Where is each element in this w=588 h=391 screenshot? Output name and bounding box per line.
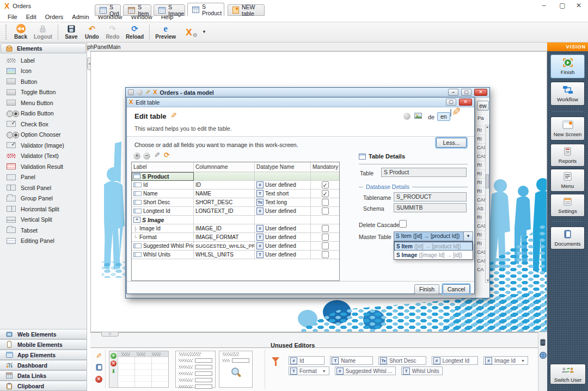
accordion-app-elements[interactable]: App Elements	[0, 350, 87, 360]
menu-rail-button[interactable]: Menu	[550, 169, 585, 192]
tab-s-image[interactable]: S Image	[154, 4, 185, 16]
accordion-dashboard[interactable]: Dashboard	[0, 360, 87, 370]
switch-user-button[interactable]: Switch User	[550, 364, 586, 384]
visionx-dropdown[interactable]: ▼	[199, 22, 209, 42]
menu-edit[interactable]: Edit	[22, 13, 41, 21]
field-row-columnname[interactable]: ID	[194, 181, 255, 190]
palette-item-toggle-button[interactable]: Toggle Button	[0, 87, 87, 98]
field-row-columnname[interactable]: SUGGESTED_WHLSL_PRICE	[194, 242, 255, 251]
mandatory-checkbox[interactable]	[322, 242, 329, 249]
field-row-columnname[interactable]: IMAGE_ID	[194, 224, 255, 233]
minimize-button[interactable]: –	[535, 0, 553, 12]
field-row-datatype[interactable]: TeText long	[255, 198, 311, 207]
mandatory-checkbox[interactable]	[322, 199, 329, 206]
window-tool-icon[interactable]	[128, 89, 134, 95]
field-row-datatype[interactable]: TUser defined	[255, 251, 311, 259]
close-button[interactable]: ✕	[569, 0, 588, 12]
tab-s-ord[interactable]: S Ord	[95, 4, 121, 16]
palette-item-check-box[interactable]: Check Box	[0, 119, 87, 130]
delete-cascade-checkbox[interactable]	[399, 220, 407, 228]
scrollbar[interactable]: ▲▼	[485, 125, 489, 283]
window-minimize-button[interactable]: –	[448, 89, 458, 96]
data-model-titlebar[interactable]: ✎ X Orders - data model – ▢ ✕	[126, 88, 489, 97]
field-row-mandatory[interactable]	[311, 198, 339, 207]
mandatory-checkbox[interactable]	[322, 225, 329, 232]
editor-chip-image-id[interactable]: #Image Id▼	[483, 356, 528, 365]
tab-s-item[interactable]: S Item	[123, 4, 151, 16]
back-button[interactable]: ◀◀ Back	[10, 22, 31, 42]
globe-icon[interactable]	[540, 352, 547, 360]
field-row-datatype[interactable]: #User defined	[255, 242, 311, 251]
palette-item-option-chooser[interactable]: Option Chooser	[0, 130, 87, 140]
palette-item-horizontal-split[interactable]: Horizontal Split	[0, 204, 87, 215]
field-row-mandatory[interactable]	[311, 251, 339, 259]
field-row-mandatory[interactable]	[311, 233, 339, 242]
menu-admin[interactable]: Admin	[68, 13, 93, 21]
palette-item-radio-button[interactable]: Radio Button	[0, 108, 87, 119]
add-field-icon[interactable]: +	[133, 152, 140, 160]
editor-chip-whlsl-units[interactable]: TWhlsl Units	[401, 366, 443, 375]
column-header-columnname[interactable]: Columnname	[194, 162, 255, 172]
field-row-label[interactable]: Short Desc	[132, 198, 194, 207]
mandatory-checkbox[interactable]	[322, 207, 329, 215]
delete-icon[interactable]: ✕	[95, 376, 102, 383]
field-row-label[interactable]: Id	[132, 181, 194, 190]
elements-header[interactable]: Elements	[1, 43, 86, 53]
logout-button[interactable]: Logout	[31, 22, 55, 42]
field-row-mandatory[interactable]	[311, 242, 339, 251]
field-row-mandatory[interactable]: ✓	[311, 181, 339, 190]
field-row-columnname[interactable]: WHLSL_UNITS	[194, 251, 255, 259]
field-row-columnname[interactable]: LONGTEXT_ID	[194, 207, 255, 216]
mandatory-checkbox[interactable]	[322, 234, 329, 241]
maximize-button[interactable]: ▢	[553, 0, 572, 12]
combo-chevron-icon[interactable]: ▼	[463, 232, 473, 241]
lang-en-toggle[interactable]: en	[437, 112, 450, 121]
table-widget-template[interactable]: + ✕ ⬇	[109, 351, 169, 388]
less-button[interactable]: Less...	[436, 138, 467, 148]
window-tool-icon[interactable]	[137, 89, 143, 95]
filter-funnel-icon[interactable]	[272, 357, 279, 362]
palette-item-validator-text[interactable]: Validator (Text)	[0, 151, 87, 162]
menu-file[interactable]: File	[3, 13, 22, 21]
edit-field-icon[interactable]: ✎	[154, 151, 160, 159]
edit-table-titlebar[interactable]: X Edit table ▢ ✕	[127, 97, 474, 107]
redo-button[interactable]: ↷ Redo	[102, 22, 123, 42]
mandatory-checkbox[interactable]: ✓	[322, 190, 329, 197]
editor-chip-short-desc[interactable]: TeShort Desc	[378, 356, 426, 365]
lang-de-toggle[interactable]: de	[428, 114, 434, 120]
pencil-tool-icon[interactable]: ✎	[145, 89, 150, 96]
palette-item-panel[interactable]: Panel	[0, 172, 87, 183]
expand-group-icon[interactable]	[133, 217, 140, 223]
column-header-mandatory[interactable]: Mandatory	[311, 162, 339, 172]
dropdown-option-s-item[interactable]: S Item ([id] → [product Id])	[394, 242, 473, 251]
column-header-label[interactable]: Label	[132, 162, 194, 172]
save-button[interactable]: Save	[61, 22, 82, 42]
field-row-label[interactable]: Whlsl Units	[132, 251, 194, 259]
palette-item-button[interactable]: Button	[0, 76, 87, 87]
column-header-datatype[interactable]: Datatype Name	[255, 162, 311, 172]
field-row-datatype[interactable]: #User defined	[255, 207, 311, 216]
finish-rail-button[interactable]: Finish	[550, 54, 585, 78]
preview-button[interactable]: e Preview	[152, 22, 179, 42]
accordion-data-links[interactable]: Data Links	[0, 370, 87, 381]
field-row-columnname[interactable]: SHORT_DESC	[194, 198, 255, 207]
palette-item-icon[interactable]: Icon	[0, 66, 87, 77]
window-maximize-button[interactable]: ▢	[461, 89, 471, 96]
dropdown-option-s-image[interactable]: S Image ([image Id] → [id])	[394, 251, 473, 259]
workflow-rail-button[interactable]: Workflow	[550, 82, 585, 106]
editor-chip-suggested-whlsl[interactable]: #Suggested Whlsl ...	[335, 366, 396, 375]
refresh-fields-icon[interactable]: ⟳	[164, 151, 170, 159]
group-row-s-image[interactable]: S Image	[132, 216, 194, 224]
settings-rail-button[interactable]: Settings	[550, 194, 585, 217]
remove-field-icon[interactable]: −	[143, 152, 150, 160]
visionx-button[interactable]: X⚙	[179, 22, 199, 42]
menu-orders[interactable]: Orders	[41, 13, 68, 21]
edit-pencil-icon[interactable]: ✎	[96, 352, 102, 360]
field-row-mandatory[interactable]	[311, 224, 339, 233]
field-row-datatype[interactable]: #User defined	[255, 181, 311, 190]
clipped-new-button[interactable]: ew	[477, 101, 489, 111]
field-row-datatype[interactable]: #User defined	[255, 224, 311, 233]
tab-new-table[interactable]: NEW table	[228, 4, 265, 16]
tab-s-product[interactable]: S Product	[187, 3, 224, 16]
field-row-label[interactable]: Suggested Whlsl Price	[132, 242, 194, 251]
